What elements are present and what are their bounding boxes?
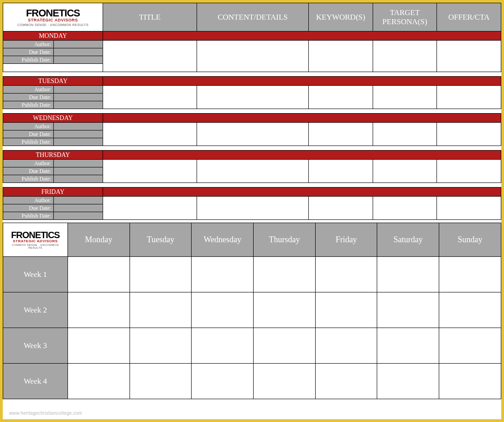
duedate-value[interactable]	[53, 48, 103, 56]
day-bar-monday: MONDAY	[3, 31, 501, 41]
author-value[interactable]	[53, 160, 103, 167]
offer-cell[interactable]	[437, 160, 501, 183]
keywords-cell[interactable]	[309, 160, 373, 183]
calendar-cell[interactable]	[254, 257, 316, 292]
day-label: THURSDAY	[3, 151, 103, 160]
offer-cell[interactable]	[437, 123, 501, 146]
publish-value[interactable]	[53, 56, 103, 64]
title-cell[interactable]	[103, 123, 197, 146]
meta-row: Author:	[3, 41, 501, 48]
keywords-cell[interactable]	[309, 86, 373, 109]
col-persona: TARGET PERSONA(S)	[373, 3, 437, 31]
author-value[interactable]	[53, 123, 103, 130]
author-label: Author:	[3, 123, 54, 130]
duedate-value[interactable]	[53, 167, 103, 175]
day-label: MONDAY	[3, 31, 103, 41]
author-value[interactable]	[53, 197, 103, 204]
keywords-cell[interactable]	[309, 197, 373, 220]
content-cell[interactable]	[197, 197, 308, 220]
calendar-cell[interactable]	[377, 364, 439, 399]
keywords-cell[interactable]	[309, 41, 373, 72]
persona-cell[interactable]	[373, 160, 437, 183]
brand-sub: STRATEGIC ADVISORS	[28, 18, 78, 22]
duedate-value[interactable]	[53, 204, 103, 212]
calendar-cell[interactable]	[439, 292, 501, 328]
calendar-cell[interactable]	[192, 328, 254, 364]
col-content: CONTENT/DETAILS	[197, 3, 308, 31]
content-cell[interactable]	[197, 41, 308, 72]
calendar-cell[interactable]	[377, 328, 439, 364]
brand-name: FRONETICS	[26, 8, 80, 18]
title-cell[interactable]	[103, 160, 197, 183]
brand-tag: COMMON SENSE · UNCOMMON RESULTS	[17, 23, 88, 26]
author-label: Author:	[3, 197, 54, 204]
publish-label: Publish Date:	[3, 212, 54, 220]
persona-cell[interactable]	[373, 197, 437, 220]
day-bar-tuesday: TUESDAY	[3, 77, 501, 86]
cal-col-wed: Wednesday	[192, 223, 254, 257]
calendar-cell[interactable]	[439, 257, 501, 292]
calendar-cell[interactable]	[315, 328, 377, 364]
calendar-cell[interactable]	[315, 364, 377, 399]
calendar-cell[interactable]	[68, 292, 130, 328]
calendar-cell[interactable]	[68, 328, 130, 364]
calendar-cell[interactable]	[315, 292, 377, 328]
calendar-cell[interactable]	[192, 257, 254, 292]
title-cell[interactable]	[103, 41, 197, 72]
author-label: Author:	[3, 160, 54, 167]
calendar-cell[interactable]	[68, 257, 130, 292]
calendar-cell[interactable]	[130, 328, 192, 364]
content-cell[interactable]	[197, 160, 308, 183]
title-cell[interactable]	[103, 197, 197, 220]
brand-logo: FRONETICS STRATEGIC ADVISORS COMMON SENS…	[3, 223, 68, 257]
calendar-cell[interactable]	[254, 364, 316, 399]
spacer	[3, 64, 103, 72]
col-title: TITLE	[103, 3, 197, 31]
publish-value[interactable]	[53, 175, 103, 183]
persona-cell[interactable]	[373, 41, 437, 72]
watermark-text: www.heritagechristiancollege.com	[9, 411, 82, 416]
calendar-cell[interactable]	[130, 257, 192, 292]
offer-cell[interactable]	[437, 86, 501, 109]
week-row: Week 4	[3, 364, 501, 399]
brand-name: FRONETICS	[11, 230, 60, 240]
publish-value[interactable]	[53, 101, 103, 109]
publish-label: Publish Date:	[3, 56, 54, 64]
calendar-cell[interactable]	[377, 292, 439, 328]
offer-cell[interactable]	[437, 197, 501, 220]
col-offer: OFFER/CTA	[437, 3, 501, 31]
week-row: Week 3	[3, 328, 501, 364]
duedate-value[interactable]	[53, 130, 103, 138]
calendar-cell[interactable]	[130, 292, 192, 328]
content-cell[interactable]	[197, 123, 308, 146]
calendar-cell[interactable]	[192, 364, 254, 399]
calendar-cell[interactable]	[439, 364, 501, 399]
author-value[interactable]	[53, 41, 103, 48]
duedate-label: Due Date:	[3, 130, 54, 138]
persona-cell[interactable]	[373, 86, 437, 109]
content-cell[interactable]	[197, 86, 308, 109]
calendar-cell[interactable]	[254, 292, 316, 328]
brand-tag: COMMON SENSE · UNCOMMON RESULTS	[7, 244, 64, 249]
calendar-cell[interactable]	[68, 364, 130, 399]
brand-logo: FRONETICS STRATEGIC ADVISORS COMMON SENS…	[3, 3, 103, 31]
calendar-cell[interactable]	[439, 328, 501, 364]
author-value[interactable]	[53, 86, 103, 94]
cal-col-sat: Saturday	[377, 223, 439, 257]
calendar-cell[interactable]	[130, 364, 192, 399]
calendar-cell[interactable]	[254, 328, 316, 364]
title-cell[interactable]	[103, 86, 197, 109]
author-label: Author:	[3, 86, 54, 94]
calendar-cell[interactable]	[192, 292, 254, 328]
day-label: WEDNESDAY	[3, 114, 103, 123]
publish-value[interactable]	[53, 212, 103, 220]
cal-col-fri: Friday	[315, 223, 377, 257]
publish-value[interactable]	[53, 138, 103, 146]
duedate-value[interactable]	[53, 94, 103, 101]
calendar-cell[interactable]	[315, 257, 377, 292]
persona-cell[interactable]	[373, 123, 437, 146]
offer-cell[interactable]	[437, 41, 501, 72]
keywords-cell[interactable]	[309, 123, 373, 146]
calendar-cell[interactable]	[377, 257, 439, 292]
col-keywords: KEYWORD(S)	[309, 3, 373, 31]
